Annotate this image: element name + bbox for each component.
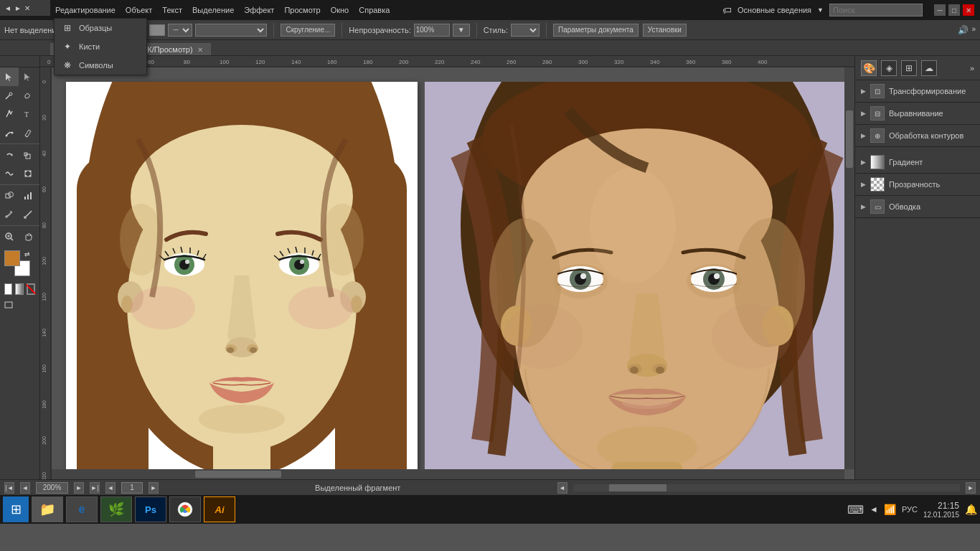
- eyedropper-tool[interactable]: [0, 205, 19, 224]
- settings-button[interactable]: Установки: [643, 24, 687, 37]
- selection-tool[interactable]: [0, 67, 19, 86]
- arrow-close-icon[interactable]: ✕: [24, 4, 30, 12]
- opacity-input[interactable]: [414, 24, 450, 37]
- taskbar-app3[interactable]: 🌿: [100, 496, 132, 522]
- scale-tool[interactable]: [19, 146, 37, 164]
- doc-params-button[interactable]: Параметры документа: [553, 24, 639, 37]
- menu-view[interactable]: Просмотр: [284, 6, 320, 14]
- canvas-vscrollbar[interactable]: [844, 67, 854, 469]
- taskbar-photoshop[interactable]: Ps: [135, 496, 166, 522]
- arrow-right-icon[interactable]: ►: [14, 4, 22, 12]
- color-panel-icon[interactable]: 🎨: [861, 60, 877, 76]
- stroke-header[interactable]: ▶ ▭ Обводка: [855, 196, 980, 217]
- gradient-mode-icon[interactable]: [15, 283, 23, 295]
- rotate-tool[interactable]: [0, 146, 19, 164]
- normal-mode-icon[interactable]: [4, 283, 12, 295]
- zoom-tool[interactable]: [0, 227, 19, 246]
- shape-builder-tool[interactable]: [0, 187, 19, 205]
- page-num-next-btn[interactable]: ►: [149, 482, 159, 494]
- magic-wand-tool[interactable]: [0, 86, 19, 105]
- transform-header[interactable]: ▶ ⊡ Трансформирование: [855, 80, 980, 102]
- search-input[interactable]: [829, 4, 923, 17]
- notification-icon[interactable]: 🔔: [965, 504, 977, 515]
- graph-tool[interactable]: [19, 187, 37, 205]
- workspace-label[interactable]: Основные сведения: [738, 6, 811, 14]
- lasso-tool[interactable]: [19, 86, 37, 105]
- start-button[interactable]: ⊞: [3, 496, 29, 522]
- scroll-right-btn[interactable]: ►: [966, 482, 976, 494]
- foreground-color-swatch[interactable]: [4, 250, 20, 266]
- popup-item-samples[interactable]: ⊞ Образцы: [55, 19, 146, 37]
- stroke-style-select[interactable]: [195, 24, 267, 37]
- maximize-button[interactable]: □: [948, 4, 960, 16]
- minimize-button[interactable]: ─: [934, 4, 946, 16]
- first-page-btn[interactable]: |◄: [4, 482, 14, 494]
- taskbar-explorer[interactable]: 📁: [32, 496, 63, 522]
- taskbar-illustrator[interactable]: Ai: [204, 496, 235, 522]
- tools-sep-1: [0, 143, 39, 144]
- next-page-btn[interactable]: ►: [74, 482, 84, 494]
- sound-icon[interactable]: 🔊: [958, 25, 969, 35]
- transparency-header[interactable]: ▶ Прозрачность: [855, 174, 980, 195]
- canvas-hscrollbar[interactable]: [52, 469, 844, 479]
- svg-text:300: 300: [578, 59, 588, 65]
- warp-tool[interactable]: [0, 164, 19, 183]
- tab-close-icon[interactable]: ✕: [197, 46, 203, 54]
- cloud-icon[interactable]: ☁: [921, 60, 937, 76]
- opacity-dropdown-btn[interactable]: ▼: [453, 24, 470, 37]
- tools-row-3: T: [0, 105, 39, 123]
- path-tool[interactable]: [0, 123, 19, 142]
- stroke-select[interactable]: ─: [168, 24, 192, 37]
- page-number-input[interactable]: [121, 482, 143, 494]
- direct-select-tool[interactable]: [19, 67, 37, 86]
- free-transform-tool[interactable]: [19, 164, 37, 183]
- stroke-swatch[interactable]: [149, 24, 165, 36]
- type-tool[interactable]: T: [19, 105, 37, 123]
- h-scroll-thumb[interactable]: [609, 484, 666, 491]
- gradient-header[interactable]: ▶ Градиент: [855, 151, 980, 173]
- scroll-left-btn[interactable]: ◄: [557, 482, 567, 494]
- menu-edit[interactable]: Редактирование: [55, 6, 116, 14]
- keyboard-icon[interactable]: ⌨: [847, 503, 864, 517]
- canvas-scroll-area[interactable]: [52, 67, 854, 469]
- popup-item-symbols[interactable]: ❋ Символы: [55, 56, 146, 75]
- swap-colors-icon[interactable]: ⇄: [24, 250, 30, 258]
- menu-help[interactable]: Справка: [359, 6, 390, 14]
- menu-window[interactable]: Окно: [331, 6, 349, 14]
- measure-tool[interactable]: [19, 205, 37, 224]
- zoom-input[interactable]: [36, 482, 68, 494]
- menu-select[interactable]: Выделение: [192, 6, 234, 14]
- prev-page-btn[interactable]: ◄: [20, 482, 30, 494]
- right-panel-expand-icon[interactable]: »: [970, 64, 974, 72]
- layers-panel-icon[interactable]: ⊞: [901, 60, 917, 76]
- no-fill-icon[interactable]: [27, 283, 35, 295]
- menu-object[interactable]: Объект: [126, 6, 152, 14]
- appearance-panel-icon[interactable]: ◈: [881, 60, 897, 76]
- canvas-vscrollbar-thumb[interactable]: [846, 110, 853, 168]
- align-header[interactable]: ▶ ⊟ Выравнивание: [855, 103, 980, 124]
- signal-icon[interactable]: 📶: [884, 504, 896, 515]
- menu-text[interactable]: Текст: [162, 6, 182, 14]
- screen-mode-btn[interactable]: [3, 299, 14, 311]
- hand-tool[interactable]: [19, 227, 37, 246]
- taskbar-ie[interactable]: e: [66, 496, 98, 522]
- pen-tool[interactable]: [0, 105, 19, 123]
- style-select[interactable]: [511, 24, 540, 37]
- popup-item-brushes[interactable]: ✦ Кисти: [55, 37, 146, 56]
- pencil-tool[interactable]: [19, 123, 37, 142]
- taskbar-back-icon[interactable]: ◄: [870, 504, 878, 514]
- h-scroll-indicator[interactable]: [573, 484, 961, 491]
- workspace-dropdown-icon[interactable]: ▼: [817, 6, 824, 14]
- canvas-hscrollbar-thumb[interactable]: [195, 471, 281, 478]
- last-page-btn[interactable]: ►|: [90, 482, 100, 494]
- taskbar-chrome[interactable]: [169, 496, 201, 522]
- expand-icon[interactable]: »: [971, 25, 976, 35]
- lang-label[interactable]: РУС: [902, 505, 918, 514]
- arrow-left-icon[interactable]: ◄: [4, 4, 11, 12]
- close-button[interactable]: ✕: [963, 4, 974, 16]
- svg-point-137: [712, 304, 791, 369]
- page-num-prev-btn[interactable]: ◄: [105, 482, 116, 494]
- round-button[interactable]: Скругление...: [281, 24, 335, 37]
- pathfinder-header[interactable]: ▶ ⊕ Обработка контуров: [855, 125, 980, 146]
- menu-effect[interactable]: Эффект: [244, 6, 274, 14]
